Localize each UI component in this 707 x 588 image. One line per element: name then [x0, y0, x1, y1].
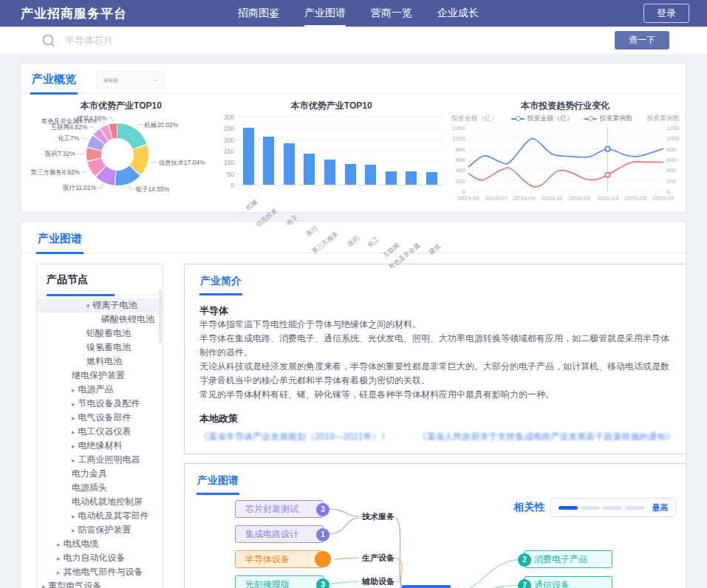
- tree-item[interactable]: ▾锂离子电池: [37, 298, 163, 312]
- product-tree-list: ▾锂离子电池磷酸铁锂电池铅酸蓄电池镍氢蓄电池燃料电池继电保护装置▸电源产品▸节电…: [37, 295, 163, 588]
- bar: [426, 172, 437, 185]
- tree-item[interactable]: ▸电绝缘材料: [37, 439, 163, 453]
- bar: [304, 154, 315, 185]
- policy-link[interactable]: 《某省半导体产业发展规划（2019—2021年）》: [199, 431, 389, 443]
- graph-node[interactable]: 集成电路设计1: [235, 525, 324, 543]
- industry-intro-title: 产业简介: [199, 275, 242, 295]
- line-chart-title: 本市投资趋势行业变化: [449, 98, 681, 112]
- bar-ytick-label: 200: [215, 137, 234, 144]
- relevance-slider[interactable]: 最高: [550, 498, 676, 517]
- chevron-right-icon[interactable]: ▸: [42, 583, 46, 588]
- bar-xtick-label: 机械: [244, 198, 259, 213]
- nav-item[interactable]: 招商图鉴: [238, 7, 279, 20]
- chevron-right-icon[interactable]: ▸: [57, 569, 61, 576]
- graph-node[interactable]: 消费电子产品2: [524, 550, 612, 568]
- industry-intro-box: 产业简介 半导体 半导体指常温下导电性能介于导体与绝缘体之间的材料。半导体在集成…: [184, 264, 686, 454]
- tree-item-label: 电动机就地控制屏: [72, 496, 143, 507]
- tree-item[interactable]: ▸节电设备及配件: [37, 397, 163, 411]
- intro-paragraph: 常见的半导体材料有硅、锗、砷化镓等，硅是各种半导体材料应用中最具有影响力的一种。: [199, 388, 674, 402]
- svg-text:信息技术17.04%: 信息技术17.04%: [158, 159, 205, 166]
- svg-text:400: 400: [666, 167, 677, 174]
- relevance-label: 相关性: [513, 501, 544, 514]
- graph-node[interactable]: 芯片封装测试3: [235, 500, 324, 518]
- chevron-right-icon[interactable]: ▸: [72, 527, 75, 534]
- search-button[interactable]: 查一下: [615, 31, 669, 49]
- nav-item[interactable]: 企业成长: [437, 7, 479, 20]
- tree-item-label: 继电保护装置: [72, 370, 125, 380]
- tree-item[interactable]: ▸电力自动化设备: [37, 551, 163, 565]
- tree-item[interactable]: ▸其他电气部件与设备: [37, 565, 163, 579]
- policy-link[interactable]: 《某省人民政府关于支持集成电路产业发展若干政策措施的通知》: [417, 431, 674, 443]
- city-filter-value: ●●●: [103, 75, 118, 84]
- relevance-segment[interactable]: [581, 506, 600, 510]
- pie-chart-title: 本市优势产业TOP10: [29, 98, 214, 112]
- relevance-segment[interactable]: [559, 506, 578, 510]
- main-nav: 招商图鉴产业图谱营商一览企业成长: [238, 7, 479, 20]
- chevron-right-icon[interactable]: ▸: [57, 541, 61, 548]
- tree-item[interactable]: 继电保护装置: [37, 369, 163, 383]
- graph-node[interactable]: 半导体设备: [235, 550, 324, 568]
- tree-item[interactable]: 铅酸蓄电池: [37, 327, 163, 341]
- relevance-segment[interactable]: [603, 506, 622, 510]
- tree-item[interactable]: ▸电线电缆: [37, 537, 163, 551]
- city-filter-select[interactable]: ●●● ⌄: [97, 71, 165, 89]
- legend-item[interactable]: 投资案例数: [584, 114, 632, 123]
- bar-chart-canvas: 050100150200250300机械信息技术电子医疗第三方服务医药化工互联网…: [237, 117, 443, 208]
- chevron-right-icon[interactable]: ▸: [72, 400, 75, 408]
- relevance-segment[interactable]: [625, 506, 644, 510]
- bar-column: 医药: [345, 164, 357, 185]
- tree-item[interactable]: ▸工商业照明电器: [37, 453, 163, 467]
- legend-label: 投资案例数: [599, 114, 632, 123]
- tree-scrollbar[interactable]: [159, 290, 162, 343]
- svg-text:2020-01: 2020-01: [570, 195, 592, 202]
- chevron-right-icon[interactable]: ▸: [72, 513, 75, 520]
- overview-card: 产业概览 ●●● ⌄ 本市优势产业TOP10 机械20.02% 信息技术17.0…: [21, 63, 686, 213]
- bar-column: 建筑: [426, 172, 438, 185]
- tree-item-label: 燃料电池: [86, 356, 122, 366]
- svg-text:医药7.32%: 医药7.32%: [45, 150, 76, 157]
- chevron-right-icon[interactable]: ▸: [72, 442, 75, 450]
- graph-node[interactable]: 通信设备7: [524, 576, 612, 588]
- chevron-right-icon[interactable]: ▸: [57, 555, 61, 562]
- graph-node[interactable]: 光刻掩膜版3: [235, 575, 324, 588]
- svg-text:2020-07: 2020-07: [653, 195, 675, 202]
- nav-item[interactable]: 产业图谱: [304, 7, 346, 20]
- graph-edge-label: 技术服务: [361, 511, 396, 522]
- tree-item[interactable]: ▸防雷保护装置: [37, 523, 163, 537]
- bar-gridline: [237, 185, 443, 185]
- tree-item[interactable]: ▸重型电气设备: [37, 579, 163, 588]
- svg-text:0: 0: [666, 188, 670, 195]
- tree-item[interactable]: 燃料电池: [37, 355, 163, 369]
- chevron-right-icon[interactable]: ▸: [72, 386, 75, 394]
- chevron-down-icon[interactable]: ▾: [86, 302, 90, 310]
- chevron-right-icon[interactable]: ▸: [72, 457, 75, 464]
- tree-item[interactable]: ▸电气设备部件: [37, 411, 163, 425]
- relevance-filter: 相关性 最高: [513, 498, 676, 517]
- tree-item[interactable]: 镍氢蓄电池: [37, 341, 163, 355]
- tree-item-label: 工商业照明电器: [78, 454, 140, 465]
- tree-item[interactable]: 电力金具: [37, 467, 163, 481]
- intro-paragraph: 无论从科技或是经济发展的角度来看，半导体的重要性都是非常巨大的。大部分的电子产品…: [199, 360, 674, 388]
- svg-text:800: 800: [666, 146, 677, 153]
- graph-center-node[interactable]: 半导体芯片: [402, 585, 451, 588]
- tree-title-underline: [47, 294, 115, 296]
- industry-intro-text: 半导体指常温下导电性能介于导体与绝缘体之间的材料。半导体在集成电路、消费电子、通…: [199, 318, 674, 402]
- node-count-badge: 1: [316, 528, 329, 541]
- chevron-right-icon[interactable]: ▸: [72, 428, 75, 436]
- svg-text:机械20.02%: 机械20.02%: [143, 121, 178, 129]
- search-input[interactable]: [65, 35, 615, 46]
- node-count-badge: 2: [518, 553, 531, 567]
- chevron-right-icon[interactable]: ▸: [72, 414, 75, 422]
- tree-item[interactable]: ▸电源产品: [37, 383, 163, 397]
- tree-item[interactable]: 电动机就地控制屏: [37, 495, 163, 509]
- login-button[interactable]: 登录: [643, 4, 689, 23]
- tree-item[interactable]: 磷酸铁锂电池: [37, 312, 163, 327]
- tree-item-label: 电力金具: [72, 468, 107, 479]
- tree-item[interactable]: ▸电动机及其零部件: [37, 509, 163, 523]
- legend-item[interactable]: 投资金额（亿）: [511, 114, 573, 123]
- svg-text:化工7%: 化工7%: [58, 134, 80, 142]
- tree-item[interactable]: 电源插头: [37, 481, 163, 495]
- nav-item[interactable]: 营商一览: [371, 7, 412, 20]
- right-axis-title: 投资案例数: [646, 114, 680, 123]
- tree-item[interactable]: ▸电工仪器仪表: [37, 425, 163, 439]
